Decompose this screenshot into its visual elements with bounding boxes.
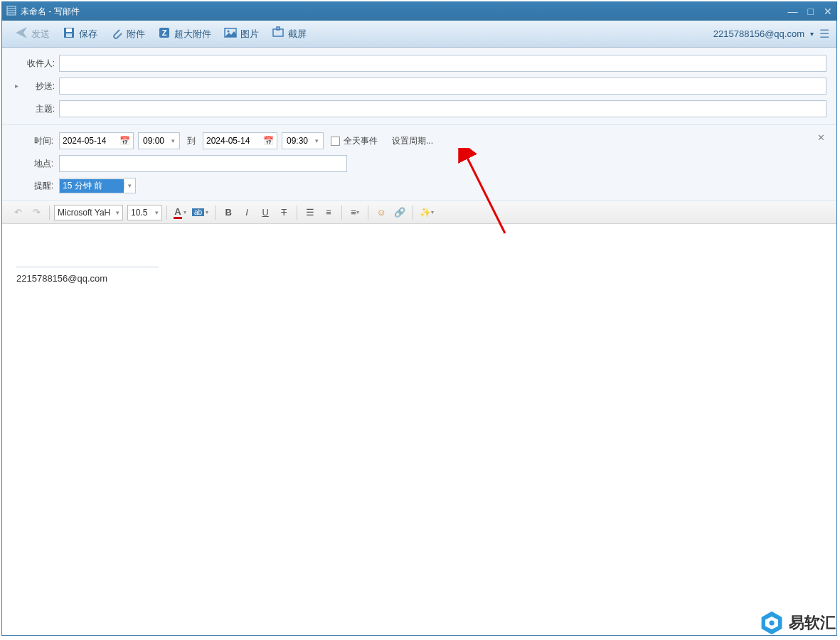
strikethrough-button[interactable]: T — [275, 205, 292, 220]
image-button[interactable]: 图片 — [218, 23, 265, 44]
minimize-button[interactable]: — — [788, 6, 798, 17]
reminder-select[interactable]: 15 分钟 前 ▾ — [59, 178, 136, 193]
svg-point-10 — [228, 31, 230, 33]
redo-button[interactable]: ↷ — [28, 205, 45, 220]
svg-rect-6 — [66, 33, 72, 37]
watermark-icon — [759, 610, 785, 636]
screenshot-icon — [272, 26, 285, 41]
cc-label: ▸ 抄送: — [2, 80, 59, 92]
allday-checkbox[interactable] — [331, 137, 340, 146]
calendar-icon: 📅 — [263, 136, 274, 146]
to-word: 到 — [187, 135, 196, 147]
calendar-icon: 📅 — [119, 136, 130, 146]
ordered-list-button[interactable]: ≡ — [320, 205, 337, 220]
window-controls: — □ ✕ — [788, 6, 832, 17]
font-size-select[interactable]: 10.5 ▾ — [127, 205, 162, 220]
chevron-down-icon: ▾ — [124, 182, 135, 189]
account-email: 2215788156@qq.com — [713, 28, 804, 39]
editor-body[interactable]: 2215788156@qq.com — [2, 224, 836, 635]
send-icon — [15, 26, 28, 41]
main-toolbar: 发送 保存 附件 Z 超大附件 图片 截屏 2215788156@qq.com … — [2, 21, 836, 48]
attach-button[interactable]: 附件 — [105, 23, 151, 44]
paperclip-icon — [110, 26, 123, 41]
bigattach-icon: Z — [158, 26, 171, 41]
link-button[interactable]: 🔗 — [391, 205, 408, 220]
highlight-button[interactable]: ab▾ — [190, 205, 211, 220]
to-input[interactable] — [59, 55, 826, 72]
compose-window: 未命名 - 写邮件 — □ ✕ 发送 保存 附件 Z 超大附件 图片 — [1, 1, 837, 636]
svg-point-14 — [769, 620, 774, 625]
signature-divider — [16, 267, 159, 267]
event-panel: ✕ 时间: 2024-05-14 📅 09:00 ▾ 到 2024-05-14 … — [2, 125, 836, 201]
end-time-input[interactable]: 09:30 ▾ — [282, 132, 324, 149]
recurrence-button[interactable]: 设置周期... — [392, 135, 433, 147]
italic-button[interactable]: I — [238, 205, 255, 220]
undo-button[interactable]: ↶ — [9, 205, 26, 220]
subject-input[interactable] — [59, 100, 826, 117]
subject-label: 主题: — [2, 103, 59, 115]
to-label: 收件人: — [2, 58, 59, 70]
location-input[interactable] — [59, 155, 347, 172]
save-button[interactable]: 保存 — [57, 23, 103, 44]
maximize-button[interactable]: □ — [808, 6, 814, 17]
image-label: 图片 — [240, 28, 259, 41]
bigattach-button[interactable]: Z 超大附件 — [152, 23, 217, 44]
options-icon[interactable]: ☰ — [819, 27, 829, 41]
format-painter-button[interactable]: ✨▾ — [418, 205, 436, 220]
chevron-down-icon: ▾ — [171, 137, 175, 144]
bold-button[interactable]: B — [220, 205, 237, 220]
svg-text:Z: Z — [162, 28, 167, 37]
editor-toolbar: ↶ ↷ Microsoft YaH ▾ 10.5 ▾ A▾ ab▾ B I U … — [2, 201, 836, 224]
allday-label: 全天事件 — [344, 135, 378, 147]
screenshot-label: 截屏 — [288, 28, 307, 41]
svg-rect-5 — [66, 28, 72, 32]
screenshot-button[interactable]: 截屏 — [266, 23, 312, 44]
close-button[interactable]: ✕ — [824, 6, 832, 17]
close-panel-icon[interactable]: ✕ — [817, 132, 825, 143]
save-icon — [63, 26, 75, 41]
svg-rect-12 — [277, 27, 280, 30]
send-label: 发送 — [31, 28, 50, 41]
bigattach-label: 超大附件 — [174, 28, 211, 41]
reminder-label: 提醒: — [2, 180, 59, 192]
chevron-down-icon: ▾ — [116, 209, 119, 216]
titlebar: 未命名 - 写邮件 — □ ✕ — [2, 2, 836, 21]
font-family-select[interactable]: Microsoft YaH ▾ — [54, 205, 123, 220]
chevron-down-icon: ▾ — [810, 30, 814, 38]
start-date-input[interactable]: 2024-05-14 📅 — [59, 132, 134, 149]
app-icon — [6, 6, 16, 18]
unordered-list-button[interactable]: ☰ — [302, 205, 319, 220]
expand-cc-icon[interactable]: ▸ — [15, 82, 18, 90]
underline-button[interactable]: U — [257, 205, 274, 220]
chevron-down-icon: ▾ — [155, 209, 159, 216]
send-button[interactable]: 发送 — [9, 23, 55, 44]
emoji-button[interactable]: ☺ — [373, 205, 390, 220]
align-button[interactable]: ≡▾ — [346, 205, 363, 220]
font-color-button[interactable]: A▾ — [171, 205, 188, 220]
window-title: 未命名 - 写邮件 — [21, 6, 788, 18]
attach-label: 附件 — [127, 28, 145, 41]
end-date-input[interactable]: 2024-05-14 📅 — [203, 132, 277, 149]
location-label: 地点: — [2, 158, 59, 170]
account-selector[interactable]: 2215788156@qq.com ▾ — [713, 28, 814, 39]
watermark-text: 易软汇 — [789, 612, 836, 634]
time-label: 时间: — [2, 135, 59, 147]
chevron-down-icon: ▾ — [315, 137, 319, 144]
start-time-input[interactable]: 09:00 ▾ — [138, 132, 180, 149]
save-label: 保存 — [79, 28, 97, 41]
watermark: 易软汇 — [759, 610, 836, 636]
image-icon — [224, 26, 237, 41]
header-fields: 收件人: ▸ 抄送: 主题: — [2, 48, 836, 125]
signature-text: 2215788156@qq.com — [16, 273, 822, 284]
cc-input[interactable] — [59, 78, 826, 95]
